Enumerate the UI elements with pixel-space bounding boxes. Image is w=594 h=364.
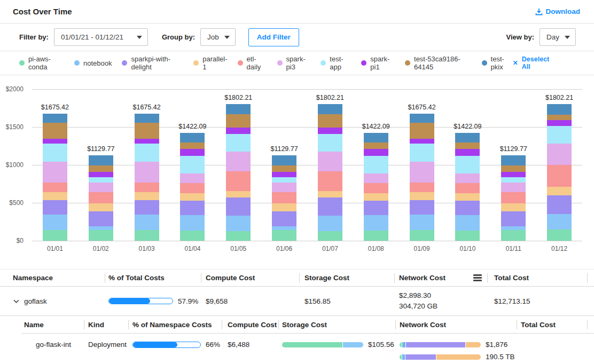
mini-bar-segment [436, 354, 481, 360]
date-range-dropdown[interactable]: 01/01/21 - 01/12/21 [54, 28, 148, 46]
bar-segment-parallel-1 [364, 193, 388, 201]
bar-segment-spark-pi1 [135, 139, 159, 144]
legend-label: test-app [330, 55, 351, 71]
legend-item-test-53ca9186-64145[interactable]: test-53ca9186-64145 [405, 55, 472, 71]
table-row-go-flask-int[interactable]: go-flask-int Deployment 66% $6,488 $105.… [21, 334, 594, 364]
network-cost-bar [400, 342, 481, 347]
bar-segment-spark-pi1 [318, 128, 342, 134]
x-tick-label: 01/02 [93, 245, 109, 252]
bar-segment-test-53ca9186-64145 [226, 114, 251, 128]
view-by-label: View by: [506, 33, 534, 41]
x-tick-label: 01/12 [551, 245, 567, 252]
bar-total-label: $1802.21 [224, 94, 252, 101]
x-tick-label: 01/08 [368, 245, 384, 252]
page-title: Cost Over Time [13, 7, 72, 16]
bar-segment-spark-pi3 [318, 152, 342, 172]
legend-item-notebook[interactable]: notebook [74, 59, 112, 67]
bar-segment-test-53ca9186-64145 [410, 123, 434, 138]
bar-01/01[interactable]: $1675.42 [43, 114, 67, 241]
pct-namespace-bar [132, 342, 201, 348]
pct-total-bar [108, 298, 173, 304]
bar-segment-notebook [318, 216, 342, 231]
bar-segment-test-app [501, 177, 526, 183]
view-by-dropdown[interactable]: Day [540, 28, 576, 46]
bar-segment-spark-pi3 [226, 152, 251, 172]
network-cost-cell: $1,876 190.5 TB [395, 341, 517, 361]
legend-label: pi-aws-conda [28, 55, 64, 71]
bar-segment-test-53ca9186-64145 [272, 165, 296, 172]
download-icon [535, 8, 543, 15]
bar-segment-spark-pi1 [455, 149, 480, 155]
legend-dot [122, 60, 127, 66]
bar-segment-spark-pi3 [43, 162, 67, 183]
add-filter-button[interactable]: Add Filter [248, 28, 299, 46]
bar-segment-sparkpi-with-delight [43, 200, 67, 215]
bar-01/10[interactable]: $1422.09 [455, 133, 480, 241]
y-tick-label: $500 [9, 199, 24, 207]
bar-segment-etl-daily [135, 183, 159, 192]
bar-segment-parallel-1 [135, 192, 159, 201]
plot-area: $1675.42$1129.77$1675.42$1422.09$1802.21… [32, 89, 582, 241]
bar-total-label: $1422.09 [454, 123, 481, 130]
bar-segment-etl-daily [318, 171, 342, 191]
legend-item-sparkpi-with-delight[interactable]: sparkpi-with-delight [122, 55, 183, 71]
legend-item-test-app[interactable]: test-app [321, 55, 351, 71]
legend-label: parallel-1 [202, 55, 227, 71]
bar-segment-spark-pi3 [135, 162, 159, 183]
bar-segment-test-pkix [455, 133, 480, 143]
legend-item-test-pkix[interactable]: test-pkix [482, 55, 513, 71]
storage-cost-bar [282, 342, 363, 347]
bar-segment-test-app [364, 156, 388, 174]
bar-01/08[interactable]: $1422.09 [364, 133, 388, 241]
legend-bar: pi-aws-condanotebooksparkpi-with-delight… [0, 51, 594, 75]
gridline [32, 165, 582, 165]
bar-01/06[interactable]: $1129.77 [272, 155, 296, 241]
bar-segment-notebook [135, 215, 159, 230]
x-tick-label: 01/05 [230, 245, 246, 252]
bar-segment-test-53ca9186-64145 [318, 114, 342, 128]
bar-01/05[interactable]: $1802.21 [226, 104, 251, 241]
col-network: Network Cost [395, 316, 517, 333]
bar-segment-spark-pi3 [89, 183, 113, 193]
col-total: Total Cost [487, 270, 594, 286]
table-row-goflask[interactable]: goflask 57.9% $9,658 $156.85 $2,898.30 3… [0, 287, 594, 316]
legend-item-etl-daily[interactable]: etl-daily [238, 55, 267, 71]
bar-segment-spark-pi1 [43, 139, 67, 144]
bar-segment-spark-pi3 [547, 144, 572, 165]
bar-total-label: $1802.21 [316, 94, 344, 101]
legend-items: pi-aws-condanotebooksparkpi-with-delight… [19, 55, 513, 71]
pct-namespace-value: 66% [206, 341, 220, 349]
x-tick-label: 01/06 [276, 245, 292, 252]
bar-segment-test-pkix [272, 155, 296, 165]
chevron-down-icon[interactable] [13, 298, 20, 305]
download-button[interactable]: Download [535, 7, 581, 15]
deselect-all-button[interactable]: ✕ Deselect All [513, 56, 556, 70]
x-tick-label: 01/10 [459, 245, 475, 252]
bar-01/04[interactable]: $1422.09 [180, 133, 205, 241]
bar-segment-notebook [226, 216, 251, 231]
bar-segment-spark-pi1 [89, 172, 113, 177]
filter-bar: Filter by: 01/01/21 - 01/12/21 Group by:… [0, 23, 594, 51]
x-tick-label: 01/09 [414, 245, 430, 252]
bar-segment-test-pkix [364, 133, 388, 143]
legend-dot [361, 60, 366, 66]
network-cost-cell: $2,898.30 304,720 GB [394, 287, 487, 315]
group-by-dropdown[interactable]: Job [200, 28, 236, 46]
bar-segment-test-pkix [226, 104, 251, 114]
bar-01/12[interactable]: $1802.21 [547, 104, 572, 241]
column-settings-icon[interactable] [473, 273, 482, 283]
legend-item-spark-pi1[interactable]: spark-pi1 [361, 55, 395, 71]
y-axis: $2000$1500$1000$500$0 [0, 89, 26, 241]
bar-01/03[interactable]: $1675.42 [135, 114, 159, 241]
mini-bar-segment [402, 354, 404, 360]
legend-item-pi-aws-conda[interactable]: pi-aws-conda [19, 55, 64, 71]
bar-01/07[interactable]: $1802.21 [318, 104, 342, 241]
download-label: Download [546, 7, 581, 15]
bar-01/02[interactable]: $1129.77 [89, 155, 113, 241]
cost-table: Namespace % of Total Costs Compute Cost … [0, 269, 594, 364]
bar-segment-sparkpi-with-delight [455, 201, 480, 215]
bar-01/09[interactable]: $1675.42 [410, 114, 434, 241]
legend-item-spark-pi3[interactable]: spark-pi3 [277, 55, 311, 71]
bar-01/11[interactable]: $1129.77 [501, 155, 526, 241]
legend-item-parallel-1[interactable]: parallel-1 [193, 55, 227, 71]
